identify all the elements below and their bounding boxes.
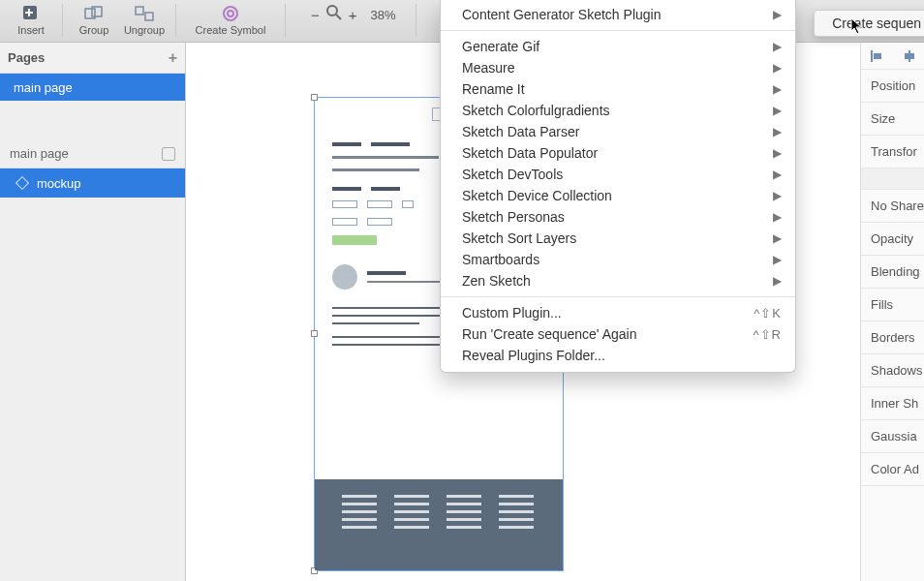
align-center-icon[interactable] (904, 50, 915, 62)
chevron-right-icon: ▶ (773, 82, 782, 96)
zoom-plus-icon[interactable]: + (349, 7, 357, 23)
menu-item[interactable]: Sketch Colorfulgradients▶ (441, 100, 795, 121)
chevron-right-icon: ▶ (773, 146, 782, 160)
chevron-right-icon: ▶ (773, 189, 782, 202)
zoom-minus-icon[interactable]: − (311, 7, 320, 23)
inspector-noshare[interactable]: No Share (861, 190, 924, 223)
group-icon (84, 5, 104, 22)
svg-rect-5 (136, 7, 143, 15)
menu-item-custom-plugin[interactable]: Custom Plugin...^⇧K (441, 302, 795, 323)
resize-handle[interactable] (311, 330, 318, 337)
chevron-right-icon: ▶ (773, 210, 782, 224)
artboard-name: main page (10, 146, 69, 161)
menu-item[interactable]: Content Generator Sketch Plugin▶ (441, 4, 795, 25)
menu-item[interactable]: Sketch DevTools▶ (441, 164, 795, 185)
zoom-percent: 38% (371, 8, 396, 22)
menu-item-reveal-folder[interactable]: Reveal Plugins Folder... (441, 345, 795, 366)
inspector-inner-shadows[interactable]: Inner Sh (861, 387, 924, 420)
inspector-size[interactable]: Size (861, 103, 924, 136)
menu-item[interactable]: Rename It▶ (441, 78, 795, 100)
group-folder-icon (15, 176, 29, 190)
create-symbol-label: Create Symbol (196, 24, 266, 36)
svg-rect-11 (871, 50, 873, 62)
menu-label: Smartboards (462, 252, 539, 267)
menu-item[interactable]: Sketch Device Collection▶ (441, 185, 795, 206)
group-label: Group (79, 24, 109, 36)
artboard-header[interactable]: main page (0, 139, 185, 168)
chevron-right-icon: ▶ (773, 168, 782, 181)
menu-item[interactable]: Sketch Sort Layers▶ (441, 228, 795, 249)
menu-label: Sketch DevTools (462, 167, 563, 182)
menu-label: Content Generator Sketch Plugin (462, 7, 661, 22)
menu-shortcut: ^⇧K (754, 306, 782, 321)
menu-item[interactable]: Measure▶ (441, 57, 795, 78)
svg-line-9 (336, 15, 341, 19)
inspector-blending[interactable]: Blending (861, 256, 924, 289)
menu-label: Zen Sketch (462, 273, 531, 289)
menu-item[interactable]: Sketch Personas▶ (441, 206, 795, 228)
inspector-transform[interactable]: Transfor (861, 136, 924, 168)
menu-item-run-again[interactable]: Run 'Create sequence' Again^⇧R (441, 323, 795, 345)
svg-rect-6 (145, 13, 153, 20)
svg-rect-14 (905, 53, 914, 59)
menu-shortcut: ^⇧R (754, 327, 783, 342)
menu-label: Sketch Data Parser (462, 124, 579, 139)
inspector-opacity[interactable]: Opacity (861, 223, 924, 256)
menu-label: Rename It (462, 81, 525, 97)
menu-label: Sketch Device Collection (462, 188, 612, 203)
menu-item[interactable]: Smartboards▶ (441, 249, 795, 270)
menu-label: Run 'Create sequence' Again (462, 326, 636, 342)
ungroup-button[interactable]: Ungroup (119, 0, 169, 41)
insert-icon (22, 5, 40, 22)
chevron-right-icon: ▶ (773, 8, 782, 21)
separator (62, 4, 63, 37)
zoom-control: − + 38% (311, 4, 396, 25)
inspector-shadows[interactable]: Shadows (861, 354, 924, 387)
plugins-dropdown[interactable]: Content Generator Sketch Plugin▶ Generat… (440, 0, 796, 373)
svg-point-8 (327, 6, 337, 15)
chevron-right-icon: ▶ (773, 274, 782, 288)
menu-item[interactable]: Generate Gif▶ (441, 36, 795, 57)
add-page-icon[interactable]: + (169, 49, 177, 67)
insert-button[interactable]: Insert (6, 0, 56, 41)
inspector-position[interactable]: Position (861, 70, 924, 103)
pages-header: Pages + (0, 43, 185, 74)
svg-rect-12 (874, 53, 881, 59)
inspector-color-adjust[interactable]: Color Ad (861, 453, 924, 486)
pages-title: Pages (8, 50, 45, 65)
chevron-right-icon: ▶ (773, 104, 782, 117)
inspector-gaussian[interactable]: Gaussia (861, 420, 924, 453)
menu-label: Sketch Sort Layers (462, 230, 576, 246)
chevron-right-icon: ▶ (773, 61, 782, 75)
menu-label: Generate Gif (462, 39, 539, 54)
create-symbol-button[interactable]: Create Symbol (182, 0, 279, 41)
tooltip: Create sequen (814, 10, 924, 37)
alignment-controls[interactable] (861, 43, 924, 70)
menu-item[interactable]: Sketch Data Populator▶ (441, 142, 795, 164)
layer-item[interactable]: mockup (0, 168, 185, 198)
group-button[interactable]: Group (69, 0, 119, 41)
svg-rect-2 (25, 12, 33, 14)
menu-item[interactable]: Zen Sketch▶ (441, 270, 795, 291)
page-name: main page (14, 80, 73, 95)
page-item[interactable]: main page (0, 74, 185, 101)
resize-handle[interactable] (311, 94, 318, 101)
align-left-icon[interactable] (871, 50, 882, 62)
svg-point-7 (224, 7, 237, 20)
menu-item[interactable]: Sketch Data Parser▶ (441, 121, 795, 142)
chevron-right-icon: ▶ (773, 231, 782, 245)
inspector-panel: Position Size Transfor No Share Opacity … (860, 43, 924, 581)
chevron-right-icon: ▶ (773, 40, 782, 53)
menu-label: Sketch Data Populator (462, 145, 598, 161)
ungroup-label: Ungroup (124, 24, 165, 36)
inspector-fills[interactable]: Fills (861, 289, 924, 321)
menu-label: Sketch Colorfulgradients (462, 103, 610, 118)
inspector-borders[interactable]: Borders (861, 321, 924, 354)
layer-name: mockup (37, 176, 81, 191)
inspector-gap (861, 168, 924, 190)
tooltip-text: Create sequen (832, 15, 921, 31)
cursor-icon (850, 17, 864, 35)
zoom-icon[interactable] (325, 4, 343, 25)
menu-label: Measure (462, 60, 514, 76)
menu-separator (441, 296, 795, 297)
